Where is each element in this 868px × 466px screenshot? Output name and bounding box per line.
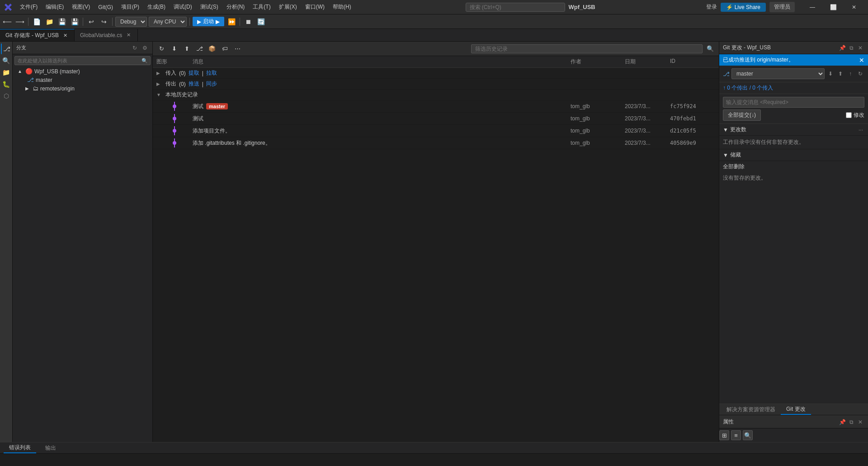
date-col-1: 2023/7/3... bbox=[625, 115, 670, 122]
message-col-2: 添加项目文件。 bbox=[193, 127, 571, 135]
branch-search-input[interactable] bbox=[14, 56, 151, 65]
git-more-btn[interactable]: ⋯ bbox=[232, 44, 242, 54]
incoming-section[interactable]: ▶ 传入 (0) 提取 | 拉取 bbox=[153, 68, 719, 79]
git-stash-btn[interactable]: 📦 bbox=[207, 44, 217, 54]
tab-error-list[interactable]: 错误列表 bbox=[4, 443, 36, 453]
maximize-button[interactable]: ⬜ bbox=[823, 0, 844, 14]
commit-row-2[interactable]: 添加项目文件。 tom_glb 2023/7/3... d21c05f5 bbox=[153, 125, 719, 137]
activity-debug[interactable]: 🐛 bbox=[1, 79, 12, 90]
commit-all-btn[interactable]: 全部提交(↓) bbox=[723, 109, 761, 121]
fetch-link[interactable]: 提取 bbox=[189, 69, 199, 77]
menu-git[interactable]: Git(G) bbox=[94, 3, 117, 11]
changes-more-btn[interactable]: ··· bbox=[857, 126, 864, 133]
menu-file[interactable]: 文件(F) bbox=[16, 2, 41, 12]
cpu-dropdown[interactable]: Any CPU bbox=[149, 17, 187, 27]
commit-row-0[interactable]: 测试 master tom_glb 2023/7/3... fc75f924 bbox=[153, 100, 719, 113]
debug-config-dropdown[interactable]: Debug bbox=[115, 17, 147, 27]
menu-edit[interactable]: 编辑(E) bbox=[42, 2, 67, 12]
svg-point-1 bbox=[173, 105, 176, 108]
toolbar-save[interactable]: 💾 bbox=[57, 16, 67, 27]
properties-pin[interactable]: 📌 bbox=[838, 418, 846, 426]
amend-checkbox[interactable] bbox=[846, 112, 852, 118]
sync-btn[interactable]: ↻ bbox=[856, 70, 864, 78]
git-history-search[interactable] bbox=[471, 44, 703, 53]
menu-debug[interactable]: 调试(D) bbox=[170, 2, 196, 12]
menu-view[interactable]: 视图(V) bbox=[68, 2, 94, 12]
toolbar-save-all[interactable]: 💾 bbox=[69, 16, 80, 27]
menu-window[interactable]: 窗口(W) bbox=[302, 2, 328, 12]
props-grid-btn[interactable]: ⊞ bbox=[719, 430, 729, 440]
activity-search[interactable]: 🔍 bbox=[1, 55, 12, 66]
git-branch-btn[interactable]: ⎇ bbox=[194, 44, 204, 54]
properties-float[interactable]: ⧉ bbox=[847, 418, 855, 426]
stash-section-header[interactable]: ▼ 储藏 bbox=[719, 149, 868, 161]
git-push-btn[interactable]: ⬆ bbox=[182, 44, 192, 54]
fetch-down-btn[interactable]: ⬇ bbox=[826, 70, 835, 78]
activity-explorer[interactable]: 📁 bbox=[1, 67, 12, 78]
branch-dropdown[interactable]: master bbox=[731, 68, 825, 79]
tab-output[interactable]: 输出 bbox=[40, 443, 61, 453]
toolbar-new[interactable]: 📄 bbox=[31, 16, 42, 27]
toolbar-forward[interactable]: ⟶ bbox=[14, 16, 25, 27]
admin-button[interactable]: 管理员 bbox=[769, 2, 795, 12]
local-history-header[interactable]: ▼ 本地历史记录 bbox=[153, 90, 719, 100]
commit-message-input[interactable] bbox=[723, 97, 864, 108]
push-btn[interactable]: ↑ bbox=[846, 70, 854, 78]
tab-git-repo[interactable]: Git 存储库 - Wpf_USB ✕ bbox=[0, 29, 75, 41]
menu-analyze[interactable]: 分析(N) bbox=[223, 2, 249, 12]
global-search-input[interactable] bbox=[466, 3, 565, 12]
tab-git-repo-close[interactable]: ✕ bbox=[61, 32, 69, 39]
toolbar-redo[interactable]: ↪ bbox=[99, 16, 109, 27]
push-notification: 已成功推送到 origin/master。 ✕ bbox=[719, 54, 868, 66]
toolbar-back[interactable]: ⟵ bbox=[2, 16, 13, 27]
props-list-btn[interactable]: ≡ bbox=[731, 430, 741, 440]
properties-close[interactable]: ✕ bbox=[856, 418, 864, 426]
push-link[interactable]: 推送 bbox=[189, 80, 199, 88]
tree-item-remotes[interactable]: ▶ 🗂 remotes/origin bbox=[14, 84, 151, 93]
toolbar-stop[interactable]: ⏹ bbox=[243, 16, 254, 27]
toolbar-undo[interactable]: ↩ bbox=[86, 16, 97, 27]
local-history-label: 本地历史记录 bbox=[165, 91, 198, 99]
tab-global-variable-close[interactable]: ✕ bbox=[125, 32, 132, 39]
activity-extensions[interactable]: ⬡ bbox=[1, 90, 12, 101]
git-refresh-btn[interactable]: ↻ bbox=[156, 44, 166, 54]
delete-all-stash-btn[interactable]: 全部删除 bbox=[719, 161, 868, 172]
toolbar-step[interactable]: ⏩ bbox=[226, 16, 237, 27]
changes-section-header[interactable]: ▼ 更改数 ··· bbox=[719, 124, 868, 136]
toolbar-restart[interactable]: 🔄 bbox=[255, 16, 266, 27]
commit-row-3[interactable]: 添加 .gitattributes 和 .gitignore。 tom_glb … bbox=[153, 137, 719, 149]
tab-global-variable[interactable]: GlobalVariable.cs ✕ bbox=[75, 29, 138, 41]
git-tag-btn[interactable]: 🏷 bbox=[220, 44, 230, 54]
git-fetch-btn[interactable]: ⬇ bbox=[169, 44, 179, 54]
props-search-btn[interactable]: 🔍 bbox=[743, 430, 753, 440]
menu-test[interactable]: 测试(S) bbox=[197, 2, 222, 12]
minimize-button[interactable]: — bbox=[802, 0, 823, 14]
sync-link[interactable]: 同步 bbox=[206, 80, 217, 88]
menu-project[interactable]: 项目(P) bbox=[118, 2, 143, 12]
start-button[interactable]: ▶ 启动 ▶ bbox=[193, 17, 224, 26]
git-changes-float[interactable]: ⧉ bbox=[847, 44, 855, 52]
git-history-search-btn[interactable]: 🔍 bbox=[705, 44, 715, 54]
git-changes-close[interactable]: ✕ bbox=[856, 44, 864, 52]
outgoing-section[interactable]: ▶ 传出 (0) 推送 | 同步 bbox=[153, 79, 719, 90]
menu-extensions[interactable]: 扩展(X) bbox=[275, 2, 301, 12]
login-button[interactable]: 登录 bbox=[706, 3, 717, 11]
branches-settings[interactable]: ⚙ bbox=[141, 44, 149, 52]
tree-item-wpf-usb[interactable]: ▲ 🔴 Wpf_USB (master) bbox=[14, 67, 151, 76]
pull-link[interactable]: 拉取 bbox=[206, 69, 217, 77]
activity-git[interactable]: ⎇ bbox=[1, 43, 12, 54]
close-button[interactable]: ✕ bbox=[844, 0, 864, 14]
toolbar-open[interactable]: 📁 bbox=[44, 16, 55, 27]
tab-solution-explorer[interactable]: 解决方案资源管理器 bbox=[721, 405, 781, 414]
git-changes-pin[interactable]: 📌 bbox=[838, 44, 846, 52]
commit-row-1[interactable]: 测试 tom_glb 2023/7/3... 470febd1 bbox=[153, 113, 719, 125]
live-share-button[interactable]: ⚡ Live Share bbox=[721, 3, 766, 12]
menu-help[interactable]: 帮助(H) bbox=[329, 2, 355, 12]
tab-git-changes[interactable]: Git 更改 bbox=[781, 404, 811, 415]
tree-item-master[interactable]: ⎇ master bbox=[14, 76, 151, 84]
notification-close-btn[interactable]: ✕ bbox=[859, 57, 864, 64]
menu-tools[interactable]: 工具(T) bbox=[249, 2, 274, 12]
pull-btn[interactable]: ⬆ bbox=[836, 70, 844, 78]
branches-refresh[interactable]: ↻ bbox=[131, 44, 139, 52]
menu-build[interactable]: 生成(B) bbox=[144, 2, 169, 12]
